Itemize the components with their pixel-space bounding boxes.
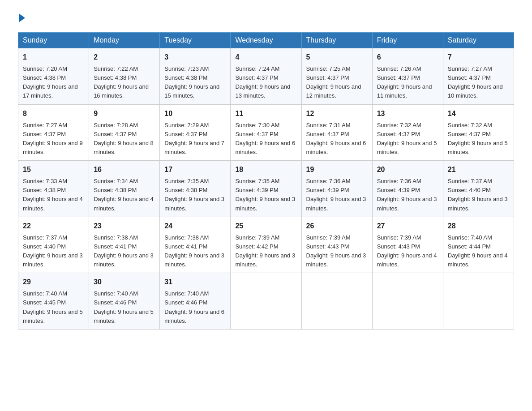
day-number: 24 [164, 221, 226, 231]
day-number: 31 [164, 277, 226, 287]
day-info: Sunrise: 7:40 AMSunset: 4:44 PMDaylight:… [448, 234, 508, 268]
calendar-header-row: SundayMondayTuesdayWednesdayThursdayFrid… [18, 33, 514, 48]
calendar-cell: 17 Sunrise: 7:35 AMSunset: 4:38 PMDaylig… [160, 161, 231, 217]
calendar-cell: 14 Sunrise: 7:32 AMSunset: 4:37 PMDaylig… [443, 104, 514, 161]
calendar-cell [443, 273, 514, 330]
weekday-header-monday: Monday [89, 33, 160, 48]
day-number: 11 [235, 108, 296, 119]
weekday-header-thursday: Thursday [301, 33, 372, 48]
day-info: Sunrise: 7:40 AMSunset: 4:46 PMDaylight:… [94, 290, 154, 324]
day-number: 22 [23, 221, 84, 231]
calendar-cell: 12 Sunrise: 7:31 AMSunset: 4:37 PMDaylig… [301, 104, 372, 161]
day-number: 9 [94, 108, 155, 119]
calendar-cell: 2 Sunrise: 7:22 AMSunset: 4:38 PMDayligh… [89, 48, 160, 105]
day-info: Sunrise: 7:27 AMSunset: 4:37 PMDaylight:… [23, 122, 83, 155]
day-number: 3 [164, 52, 226, 63]
day-info: Sunrise: 7:36 AMSunset: 4:39 PMDaylight:… [306, 178, 366, 211]
day-number: 15 [23, 164, 84, 175]
calendar-cell: 26 Sunrise: 7:39 AMSunset: 4:43 PMDaylig… [301, 217, 372, 273]
day-info: Sunrise: 7:37 AMSunset: 4:40 PMDaylight:… [448, 178, 508, 211]
calendar-cell [301, 273, 372, 330]
weekday-header-wednesday: Wednesday [231, 33, 301, 48]
calendar-cell: 6 Sunrise: 7:26 AMSunset: 4:37 PMDayligh… [372, 48, 443, 105]
calendar-cell: 21 Sunrise: 7:37 AMSunset: 4:40 PMDaylig… [443, 161, 514, 217]
day-number: 12 [306, 108, 368, 119]
page-header [18, 13, 514, 23]
calendar-cell: 25 Sunrise: 7:39 AMSunset: 4:42 PMDaylig… [231, 217, 301, 273]
calendar-cell: 23 Sunrise: 7:38 AMSunset: 4:41 PMDaylig… [89, 217, 160, 273]
day-info: Sunrise: 7:38 AMSunset: 4:41 PMDaylight:… [164, 234, 224, 268]
day-number: 21 [448, 164, 509, 175]
day-info: Sunrise: 7:29 AMSunset: 4:37 PMDaylight:… [164, 122, 224, 155]
day-number: 19 [306, 164, 368, 175]
day-number: 26 [306, 221, 368, 231]
calendar-cell: 9 Sunrise: 7:28 AMSunset: 4:37 PMDayligh… [89, 104, 160, 161]
day-info: Sunrise: 7:20 AMSunset: 4:38 PMDaylight:… [23, 65, 78, 99]
calendar-cell: 1 Sunrise: 7:20 AMSunset: 4:38 PMDayligh… [18, 48, 89, 105]
calendar-table: SundayMondayTuesdayWednesdayThursdayFrid… [18, 32, 514, 330]
day-number: 2 [94, 52, 155, 63]
day-info: Sunrise: 7:39 AMSunset: 4:43 PMDaylight:… [377, 234, 437, 268]
day-info: Sunrise: 7:32 AMSunset: 4:37 PMDaylight:… [448, 122, 508, 155]
day-number: 30 [94, 277, 155, 287]
calendar-cell: 13 Sunrise: 7:32 AMSunset: 4:37 PMDaylig… [372, 104, 443, 161]
calendar-cell: 27 Sunrise: 7:39 AMSunset: 4:43 PMDaylig… [372, 217, 443, 273]
day-info: Sunrise: 7:32 AMSunset: 4:37 PMDaylight:… [377, 122, 437, 155]
day-info: Sunrise: 7:36 AMSunset: 4:39 PMDaylight:… [377, 178, 437, 211]
day-info: Sunrise: 7:40 AMSunset: 4:45 PMDaylight:… [23, 290, 83, 324]
calendar-week-row: 29 Sunrise: 7:40 AMSunset: 4:45 PMDaylig… [18, 273, 514, 330]
day-info: Sunrise: 7:31 AMSunset: 4:37 PMDaylight:… [306, 122, 366, 155]
calendar-cell: 28 Sunrise: 7:40 AMSunset: 4:44 PMDaylig… [443, 217, 514, 273]
calendar-cell: 18 Sunrise: 7:35 AMSunset: 4:39 PMDaylig… [231, 161, 301, 217]
day-number: 4 [235, 52, 296, 63]
logo-arrow-icon [19, 13, 25, 22]
calendar-cell: 24 Sunrise: 7:38 AMSunset: 4:41 PMDaylig… [160, 217, 231, 273]
day-number: 7 [448, 52, 509, 63]
day-info: Sunrise: 7:25 AMSunset: 4:37 PMDaylight:… [306, 65, 361, 99]
day-info: Sunrise: 7:23 AMSunset: 4:38 PMDaylight:… [164, 65, 219, 99]
day-number: 18 [235, 164, 296, 175]
day-number: 8 [23, 108, 84, 119]
day-info: Sunrise: 7:35 AMSunset: 4:39 PMDaylight:… [235, 178, 295, 211]
calendar-cell: 22 Sunrise: 7:37 AMSunset: 4:40 PMDaylig… [18, 217, 89, 273]
day-number: 20 [377, 164, 438, 175]
calendar-cell: 11 Sunrise: 7:30 AMSunset: 4:37 PMDaylig… [231, 104, 301, 161]
calendar-cell: 3 Sunrise: 7:23 AMSunset: 4:38 PMDayligh… [160, 48, 231, 105]
day-number: 27 [377, 221, 438, 231]
day-number: 29 [23, 277, 84, 287]
day-info: Sunrise: 7:40 AMSunset: 4:46 PMDaylight:… [164, 290, 224, 324]
day-info: Sunrise: 7:39 AMSunset: 4:43 PMDaylight:… [306, 234, 366, 268]
day-info: Sunrise: 7:26 AMSunset: 4:37 PMDaylight:… [377, 65, 432, 99]
day-info: Sunrise: 7:34 AMSunset: 4:38 PMDaylight:… [94, 178, 154, 211]
calendar-cell: 31 Sunrise: 7:40 AMSunset: 4:46 PMDaylig… [160, 273, 231, 330]
day-number: 28 [448, 221, 509, 231]
day-number: 23 [94, 221, 155, 231]
day-info: Sunrise: 7:37 AMSunset: 4:40 PMDaylight:… [23, 234, 83, 268]
weekday-header-sunday: Sunday [18, 33, 89, 48]
calendar-week-row: 1 Sunrise: 7:20 AMSunset: 4:38 PMDayligh… [18, 48, 514, 105]
weekday-header-friday: Friday [372, 33, 443, 48]
calendar-cell: 20 Sunrise: 7:36 AMSunset: 4:39 PMDaylig… [372, 161, 443, 217]
logo [18, 13, 25, 23]
calendar-cell: 19 Sunrise: 7:36 AMSunset: 4:39 PMDaylig… [301, 161, 372, 217]
calendar-week-row: 22 Sunrise: 7:37 AMSunset: 4:40 PMDaylig… [18, 217, 514, 273]
calendar-cell: 16 Sunrise: 7:34 AMSunset: 4:38 PMDaylig… [89, 161, 160, 217]
calendar-cell: 7 Sunrise: 7:27 AMSunset: 4:37 PMDayligh… [443, 48, 514, 105]
calendar-cell: 8 Sunrise: 7:27 AMSunset: 4:37 PMDayligh… [18, 104, 89, 161]
calendar-cell: 5 Sunrise: 7:25 AMSunset: 4:37 PMDayligh… [301, 48, 372, 105]
calendar-cell [372, 273, 443, 330]
calendar-cell [231, 273, 301, 330]
day-info: Sunrise: 7:22 AMSunset: 4:38 PMDaylight:… [94, 65, 149, 99]
day-number: 25 [235, 221, 296, 231]
day-number: 16 [94, 164, 155, 175]
weekday-header-tuesday: Tuesday [160, 33, 231, 48]
day-number: 14 [448, 108, 509, 119]
calendar-week-row: 8 Sunrise: 7:27 AMSunset: 4:37 PMDayligh… [18, 104, 514, 161]
day-number: 13 [377, 108, 438, 119]
calendar-cell: 10 Sunrise: 7:29 AMSunset: 4:37 PMDaylig… [160, 104, 231, 161]
calendar-week-row: 15 Sunrise: 7:33 AMSunset: 4:38 PMDaylig… [18, 161, 514, 217]
day-number: 5 [306, 52, 368, 63]
day-info: Sunrise: 7:30 AMSunset: 4:37 PMDaylight:… [235, 122, 295, 155]
day-number: 1 [23, 52, 84, 63]
calendar-cell: 30 Sunrise: 7:40 AMSunset: 4:46 PMDaylig… [89, 273, 160, 330]
